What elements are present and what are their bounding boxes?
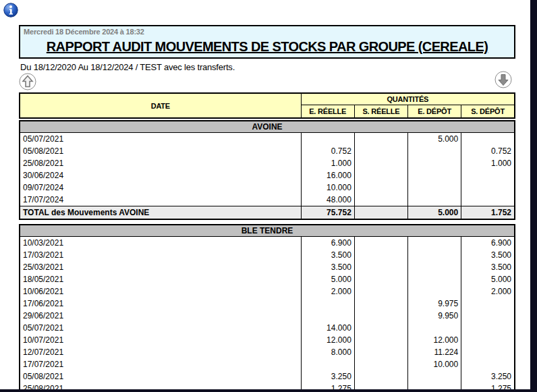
date-cell: 05/08/2021 [20, 370, 301, 383]
table-row: 10/07/202112.00012.000 [20, 334, 515, 346]
quantity-cell [354, 194, 407, 206]
table-row: 05/08/20213.2503.250 [20, 370, 515, 383]
table-row: 09/07/202410.000 [20, 181, 515, 194]
total-quantity-cell [354, 206, 407, 220]
quantity-cell [354, 370, 407, 383]
quantity-cell: 6.900 [461, 237, 515, 250]
window-edge-right [530, 0, 537, 392]
quantity-cell: 1.000 [461, 157, 515, 169]
total-quantity-cell: 75.752 [301, 206, 354, 220]
quantity-cell: 5.000 [301, 273, 354, 285]
quantity-cell: 5.000 [408, 133, 461, 146]
section-table: BLE TENDRE10/03/20216.9006.90017/03/2021… [19, 224, 515, 392]
section-header: AVOINE [20, 121, 515, 133]
quantity-cell [354, 298, 407, 310]
report-header: Mercredi 18 Décembre 2024 à 18:32 RAPPOR… [19, 25, 515, 59]
quantity-cell: 8.000 [301, 346, 354, 358]
quantity-cell: 2.000 [461, 285, 515, 298]
total-quantity-cell: 1.752 [461, 206, 515, 220]
quantity-cell: 3.250 [301, 370, 354, 383]
quantity-cell: 9.975 [408, 298, 461, 310]
table-row: 05/07/202114.000 [20, 322, 515, 334]
quantity-cell [461, 181, 515, 194]
quantity-cell [301, 358, 354, 370]
quantity-cell: 3.500 [301, 261, 354, 273]
quantity-cell: 48.000 [301, 194, 354, 206]
total-row: TOTAL des Mouvements AVOINE75.7525.0001.… [20, 206, 515, 220]
page-title: RAPPORT AUDIT MOUVEMENTS DE STOCKS PAR G… [20, 39, 514, 55]
table-row: 29/06/20219.950 [20, 310, 515, 322]
arrow-up-icon [19, 73, 36, 90]
quantity-cell [354, 322, 407, 334]
date-cell: 05/08/2021 [20, 145, 301, 157]
date-column-header: DATE [20, 93, 301, 118]
quantity-cell [461, 322, 515, 334]
date-cell: 09/07/2024 [20, 181, 301, 194]
table-row: 30/06/202416.000 [20, 169, 515, 181]
date-cell: 17/03/2021 [20, 249, 301, 261]
quantity-cell [408, 194, 461, 206]
quantity-cell [354, 261, 407, 273]
quantity-cell: 11.224 [408, 346, 461, 358]
scroll-down-button[interactable] [494, 71, 512, 88]
quantity-cell: 10.000 [408, 358, 461, 370]
total-label: TOTAL des Mouvements AVOINE [20, 206, 301, 220]
quantity-cell: 0.752 [301, 145, 354, 157]
quantity-cell [461, 298, 515, 310]
quantity-cell [408, 157, 461, 169]
info-icon-glyph [3, 3, 18, 18]
date-cell: 17/07/2021 [20, 358, 301, 370]
date-cell: 10/06/2021 [20, 285, 301, 298]
quantity-cell [354, 358, 407, 370]
table-row: 17/06/20219.975 [20, 298, 515, 310]
quantity-cell [301, 133, 354, 146]
quantity-cell [354, 181, 407, 194]
table-row: 05/08/20210.7520.752 [20, 145, 515, 157]
arrow-down-icon [494, 71, 512, 88]
quantity-cell [461, 194, 515, 206]
quantity-cell [354, 334, 407, 346]
quantity-cell: 5.000 [461, 273, 515, 285]
quantity-cell [408, 261, 461, 273]
table-row: 12/07/20218.00011.224 [20, 346, 515, 358]
quantity-cell [408, 237, 461, 250]
col-header-s-depot: S. DÉPÔT [461, 105, 515, 119]
quantity-cell: 3.250 [461, 370, 515, 383]
quantity-cell [408, 145, 461, 157]
table-row: 05/07/20215.000 [20, 133, 515, 146]
quantity-cell: 12.000 [301, 334, 354, 346]
quantity-cell: 1.000 [301, 157, 354, 169]
quantity-cell [354, 310, 407, 322]
quantity-cell: 3.500 [461, 261, 515, 273]
quantity-cell [408, 249, 461, 261]
date-cell: 10/03/2021 [20, 237, 301, 250]
date-cell: 29/06/2021 [20, 310, 301, 322]
date-cell: 18/05/2021 [20, 273, 301, 285]
info-icon[interactable] [3, 3, 18, 18]
quantity-cell [354, 285, 407, 298]
col-header-e-depot: E. DÉPÔT [408, 105, 461, 119]
scroll-up-button[interactable] [19, 73, 36, 90]
quantity-cell [408, 181, 461, 194]
date-cell: 17/06/2021 [20, 298, 301, 310]
quantity-cell [408, 169, 461, 181]
date-cell: 25/08/2021 [20, 157, 301, 169]
column-header-table: DATE QUANTITÉS E. RÉELLE S. RÉELLE E. DÉ… [19, 92, 515, 119]
quantity-cell [408, 370, 461, 383]
report-subtitle: Du 18/12/2020 Au 18/12/2024 / TEST avec … [20, 62, 235, 72]
quantity-cell [354, 273, 407, 285]
table-row: 17/03/20213.5003.500 [20, 249, 515, 261]
quantity-cell: 9.950 [408, 310, 461, 322]
date-cell: 30/06/2024 [20, 169, 301, 181]
quantity-cell [408, 285, 461, 298]
section-header-row: BLE TENDRE [20, 225, 515, 237]
quantity-cell [461, 310, 515, 322]
date-cell: 05/07/2021 [20, 133, 301, 146]
table-row: 10/06/20212.0002.000 [20, 285, 515, 298]
quantity-cell: 0.752 [461, 145, 515, 157]
quantity-cell: 12.000 [408, 334, 461, 346]
date-cell: 17/07/2024 [20, 194, 301, 206]
quantity-cell [408, 273, 461, 285]
quantity-cell [301, 298, 354, 310]
date-cell: 12/07/2021 [20, 346, 301, 358]
